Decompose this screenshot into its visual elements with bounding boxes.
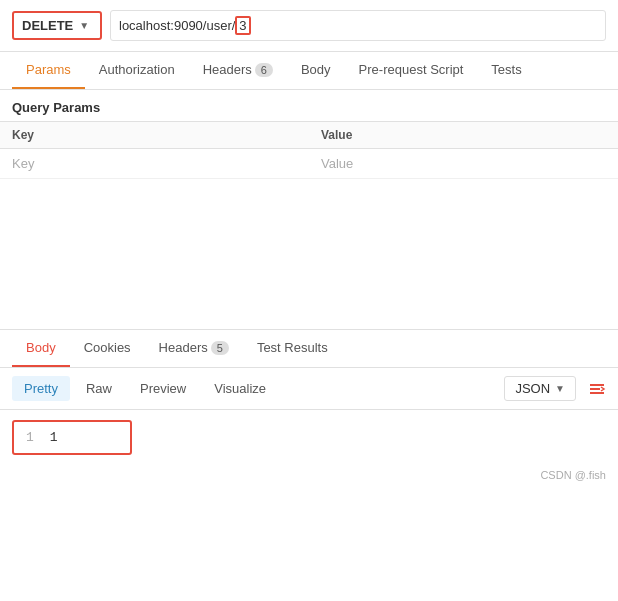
table-row: Key Value — [0, 149, 618, 179]
param-value-cell[interactable]: Value — [309, 149, 618, 179]
col-header-value: Value — [309, 122, 618, 149]
method-chevron-icon: ▼ — [79, 20, 89, 31]
request-tabs-row: Params Authorization Headers6 Body Pre-r… — [0, 52, 618, 90]
method-selector[interactable]: DELETE ▼ — [12, 11, 102, 40]
url-prefix: localhost:9090/user/ — [119, 18, 235, 33]
sub-tab-raw[interactable]: Raw — [74, 376, 124, 401]
top-bar: DELETE ▼ localhost:9090/user/3 — [0, 0, 618, 52]
response-tab-test-results[interactable]: Test Results — [243, 330, 342, 367]
response-tabs-row: Body Cookies Headers5 Test Results — [0, 330, 618, 368]
url-bar[interactable]: localhost:9090/user/3 — [110, 10, 606, 41]
json-selector-chevron-icon: ▼ — [555, 383, 565, 394]
tab-tests[interactable]: Tests — [477, 52, 535, 89]
empty-space — [0, 179, 618, 329]
response-headers-badge: 5 — [211, 341, 229, 355]
watermark: CSDN @.fish — [0, 465, 618, 489]
json-selector-label: JSON — [515, 381, 550, 396]
tab-headers[interactable]: Headers6 — [189, 52, 287, 89]
response-tab-body[interactable]: Body — [12, 330, 70, 367]
tab-body[interactable]: Body — [287, 52, 345, 89]
tab-prerequest[interactable]: Pre-request Script — [345, 52, 478, 89]
sub-tabs-row: Pretty Raw Preview Visualize JSON ▼ — [0, 368, 618, 410]
method-label: DELETE — [22, 18, 73, 33]
response-tab-headers[interactable]: Headers5 — [145, 330, 243, 367]
line-content: 1 — [50, 430, 58, 445]
url-highlight: 3 — [235, 16, 250, 35]
response-tab-cookies[interactable]: Cookies — [70, 330, 145, 367]
sub-tab-pretty[interactable]: Pretty — [12, 376, 70, 401]
params-table: Key Value Key Value — [0, 121, 618, 179]
line-number: 1 — [26, 430, 34, 445]
sub-tab-preview[interactable]: Preview — [128, 376, 198, 401]
headers-badge: 6 — [255, 63, 273, 77]
json-format-selector[interactable]: JSON ▼ — [504, 376, 576, 401]
tab-authorization[interactable]: Authorization — [85, 52, 189, 89]
wrap-toggle-icon[interactable] — [588, 380, 606, 398]
tab-params[interactable]: Params — [12, 52, 85, 89]
col-header-key: Key — [0, 122, 309, 149]
query-params-title: Query Params — [0, 90, 618, 121]
sub-tab-visualize[interactable]: Visualize — [202, 376, 278, 401]
response-body-content: 1 1 — [12, 420, 132, 455]
param-key-cell[interactable]: Key — [0, 149, 309, 179]
